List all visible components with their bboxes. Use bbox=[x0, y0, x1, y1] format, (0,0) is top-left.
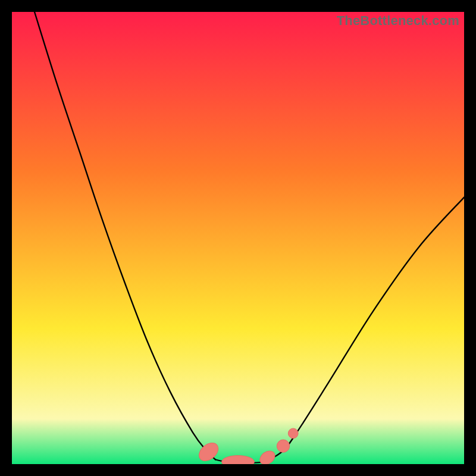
marker-3 bbox=[277, 440, 289, 452]
marker-1 bbox=[222, 456, 255, 464]
plot-area: TheBottleneck.com bbox=[12, 12, 464, 464]
marker-4 bbox=[288, 428, 298, 439]
chart-curves bbox=[12, 12, 464, 464]
series-right-branch bbox=[270, 198, 464, 460]
marker-2 bbox=[258, 448, 278, 464]
series-left-branch bbox=[35, 12, 215, 459]
chart-frame: TheBottleneck.com bbox=[0, 0, 476, 476]
